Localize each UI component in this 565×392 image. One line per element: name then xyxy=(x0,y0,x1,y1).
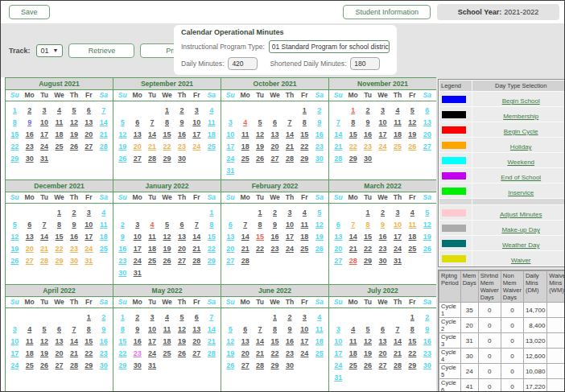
date-cell-membership[interactable]: 27 xyxy=(52,361,66,369)
date-cell-membership[interactable]: 12 xyxy=(37,337,52,345)
date-cell-holiday[interactable]: 10 xyxy=(390,221,405,229)
date-cell-membership[interactable]: 27 xyxy=(189,349,204,357)
date-cell-weekend[interactable]: 30 xyxy=(420,361,435,369)
date-cell-membership[interactable]: 17 xyxy=(297,337,311,345)
date-cell-membership[interactable]: 1 xyxy=(159,106,174,114)
date-cell-weekend[interactable]: 26 xyxy=(115,155,130,163)
date-cell-begin-cycle[interactable]: 4 xyxy=(145,221,159,229)
date-cell-weekend[interactable]: 26 xyxy=(312,245,327,253)
date-cell-begin-cycle[interactable]: 4 xyxy=(237,118,252,126)
date-cell-holiday[interactable]: 25 xyxy=(390,142,405,151)
date-cell-weekend[interactable]: 24 xyxy=(223,155,237,163)
date-cell-weekend[interactable]: 5 xyxy=(312,208,327,217)
date-cell-membership[interactable]: 29 xyxy=(159,155,174,163)
date-cell-membership[interactable]: 19 xyxy=(361,349,375,357)
date-cell-membership[interactable]: 26 xyxy=(361,361,375,369)
date-cell-membership[interactable]: 13 xyxy=(375,337,390,345)
date-cell-weekend[interactable]: 5 xyxy=(115,118,130,126)
date-cell-membership[interactable]: 31 xyxy=(145,361,159,369)
date-cell-weekend[interactable]: 20 xyxy=(420,130,435,138)
date-cell-membership[interactable]: 18 xyxy=(145,245,159,253)
date-cell-weekend[interactable]: 18 xyxy=(97,233,111,241)
date-cell-membership[interactable]: 25 xyxy=(145,257,159,265)
date-cell-holiday[interactable]: 29 xyxy=(52,257,66,265)
date-cell-weekend[interactable]: 4 xyxy=(312,313,327,321)
date-cell-membership[interactable]: 4 xyxy=(159,313,174,321)
date-cell-weekend[interactable]: 22 xyxy=(115,349,130,357)
date-cell-membership[interactable]: 1 xyxy=(52,208,66,217)
date-cell-membership[interactable]: 6 xyxy=(189,313,204,321)
date-cell-membership[interactable]: 15 xyxy=(405,337,419,345)
date-cell-holiday[interactable]: 9 xyxy=(375,221,390,229)
date-cell-membership[interactable]: 20 xyxy=(81,130,96,138)
date-cell-membership[interactable]: 28 xyxy=(189,257,204,265)
date-cell-weekend[interactable]: 8 xyxy=(204,221,219,229)
date-cell-weekend[interactable]: 29 xyxy=(204,257,219,265)
date-cell-weekend[interactable]: 17 xyxy=(331,349,345,357)
date-cell-membership[interactable]: 14 xyxy=(67,337,81,345)
date-cell-holiday[interactable]: 24 xyxy=(375,142,390,151)
date-cell-membership[interactable]: 20 xyxy=(237,349,252,357)
date-cell-membership[interactable]: 24 xyxy=(297,349,311,357)
date-cell-weekend[interactable]: 24 xyxy=(7,361,22,369)
date-cell-membership[interactable]: 19 xyxy=(37,349,52,357)
date-cell-membership[interactable]: 12 xyxy=(159,233,174,241)
date-cell-membership[interactable]: 18 xyxy=(22,349,36,357)
date-cell-weekend[interactable]: 6 xyxy=(223,221,237,229)
date-cell-weekend[interactable]: 6 xyxy=(420,106,435,114)
date-cell-weekend[interactable]: 31 xyxy=(223,167,237,175)
date-cell-weekend[interactable]: 22 xyxy=(204,245,219,253)
date-cell-membership[interactable]: 16 xyxy=(175,130,189,138)
date-cell-membership[interactable]: 11 xyxy=(145,233,159,241)
date-cell-weekend[interactable]: 9 xyxy=(115,233,130,241)
daily-minutes-input[interactable] xyxy=(228,57,258,70)
date-cell-membership[interactable]: 23 xyxy=(22,142,36,151)
date-cell-membership[interactable]: 4 xyxy=(22,325,36,333)
date-cell-weekend[interactable]: 21 xyxy=(97,130,111,138)
date-cell-membership[interactable]: 20 xyxy=(375,349,390,357)
date-cell-end-of-school[interactable]: 23 xyxy=(130,349,144,357)
date-cell-membership[interactable]: 10 xyxy=(81,221,96,229)
date-cell-membership[interactable]: 10 xyxy=(375,118,390,126)
date-cell-weekend[interactable]: 24 xyxy=(331,361,345,369)
date-cell-membership[interactable]: 29 xyxy=(267,361,282,369)
date-cell-membership[interactable]: 19 xyxy=(175,337,189,345)
date-cell-membership[interactable]: 30 xyxy=(375,257,390,265)
date-cell-weekend[interactable]: 1 xyxy=(115,313,130,321)
date-cell-membership[interactable]: 1 xyxy=(405,313,419,321)
date-cell-membership[interactable]: 5 xyxy=(361,325,375,333)
date-cell-membership[interactable]: 28 xyxy=(282,155,297,163)
date-cell-membership[interactable]: 15 xyxy=(267,337,282,345)
date-cell-weekend[interactable]: 13 xyxy=(331,233,345,241)
date-cell-membership[interactable]: 10 xyxy=(297,325,311,333)
date-cell-membership[interactable]: 3 xyxy=(189,106,204,114)
date-cell-membership[interactable]: 18 xyxy=(345,349,360,357)
date-cell-weekend[interactable]: 28 xyxy=(204,349,219,357)
date-cell-membership[interactable]: 14 xyxy=(253,337,267,345)
date-cell-weekend[interactable]: 8 xyxy=(115,325,130,333)
date-cell-membership[interactable]: 8 xyxy=(405,325,419,333)
date-cell-weekend[interactable]: 9 xyxy=(97,325,111,333)
date-cell-membership[interactable]: 7 xyxy=(37,221,52,229)
date-cell-weekend[interactable]: 10 xyxy=(331,337,345,345)
date-cell-weekend[interactable]: 15 xyxy=(204,233,219,241)
date-cell-membership[interactable]: 12 xyxy=(253,130,267,138)
save-button[interactable]: Save xyxy=(9,5,50,19)
date-cell-membership[interactable]: 31 xyxy=(37,155,52,163)
date-cell-membership[interactable]: 5 xyxy=(159,221,174,229)
date-cell-membership[interactable]: 23 xyxy=(375,245,390,253)
date-cell-membership[interactable]: 9 xyxy=(130,325,144,333)
date-cell-membership[interactable]: 4 xyxy=(297,208,311,217)
date-cell-membership[interactable]: 27 xyxy=(81,142,96,151)
date-cell-membership[interactable]: 2 xyxy=(175,106,189,114)
date-cell-membership[interactable]: 4 xyxy=(390,106,405,114)
date-cell-membership[interactable]: 1 xyxy=(253,208,267,217)
date-cell-membership[interactable]: 11 xyxy=(159,325,174,333)
date-cell-membership[interactable]: 25 xyxy=(52,142,66,151)
date-cell-membership[interactable]: 6 xyxy=(81,106,96,114)
date-cell-membership[interactable]: 18 xyxy=(297,233,311,241)
date-cell-membership[interactable]: 3 xyxy=(282,208,297,217)
date-cell-membership[interactable]: 24 xyxy=(37,142,52,151)
date-cell-holiday[interactable]: 20 xyxy=(130,142,144,151)
date-cell-membership[interactable]: 17 xyxy=(81,233,96,241)
